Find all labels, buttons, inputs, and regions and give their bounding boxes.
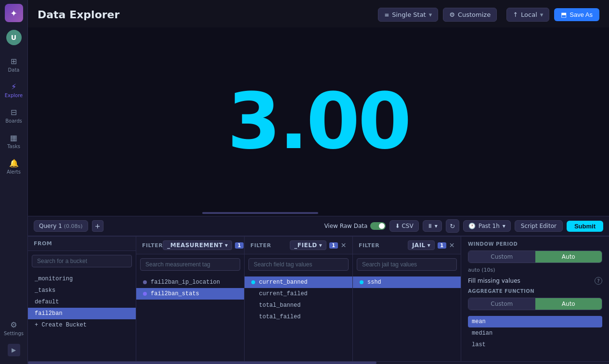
list-item[interactable]: _tasks: [28, 285, 136, 296]
agg-item-mean[interactable]: mean: [468, 316, 602, 327]
pause-button[interactable]: ⏸ ▾: [423, 220, 442, 232]
stat-value: 3.00: [227, 83, 410, 160]
query-tab[interactable]: Query 1 (0.08s): [34, 220, 88, 232]
sidebar-item-label: Settings: [4, 331, 24, 336]
field-search-input[interactable]: [248, 258, 349, 271]
sidebar-bottom: ⚙ Settings ▶: [2, 316, 26, 360]
list-item[interactable]: current_failed: [245, 288, 352, 300]
measurement-search-input[interactable]: [140, 258, 240, 271]
aggregate-toggle: Custom Auto: [468, 298, 602, 310]
scroll-thumb: [28, 362, 376, 364]
jail-type-label: jail: [412, 242, 426, 249]
sidebar-item-label: Boards: [5, 118, 22, 124]
clock-icon: ↑: [513, 11, 518, 18]
jail-type-selector[interactable]: jail ▾: [408, 240, 435, 250]
submit-button[interactable]: Submit: [567, 221, 603, 232]
bucket-list: _monitoring _tasks default fail2ban + Cr…: [28, 271, 136, 361]
query-builder: FROM _monitoring _tasks default fail2ban…: [28, 236, 609, 361]
help-icon[interactable]: ?: [595, 277, 602, 285]
viz-scrollbar[interactable]: [202, 212, 318, 214]
field-panel-header: Filter _field ▾ 1 ✕: [245, 237, 352, 254]
csv-download-button[interactable]: ⬇ CSV: [389, 220, 418, 232]
refresh-button[interactable]: ↻: [446, 219, 459, 233]
list-item[interactable]: fail2ban_ip_location: [136, 276, 244, 288]
query-timing: (0.08s): [64, 223, 83, 229]
customize-button[interactable]: ⚙ Customize: [443, 8, 497, 22]
csv-label: CSV: [402, 223, 413, 229]
sidebar-item-label: Explore: [5, 93, 23, 98]
sidebar-item-settings[interactable]: ⚙ Settings: [2, 316, 26, 340]
download-icon: ⬇: [395, 223, 400, 229]
filter-label: Filter: [359, 242, 379, 249]
panel-header-right: _field ▾ 1 ✕: [290, 240, 347, 250]
save-icon: ⬒: [561, 11, 567, 18]
dot-placeholder: [251, 315, 255, 319]
header: Data Explorer ≡ Single Stat ▾ ⚙ Customiz…: [28, 0, 609, 27]
from-label: FROM: [34, 240, 52, 247]
settings-icon: ⚙: [10, 320, 17, 329]
chevron-down-icon: ▾: [503, 223, 505, 229]
sidebar-item-alerts[interactable]: 🔔 Alerts: [2, 155, 26, 178]
script-editor-button[interactable]: Script Editor: [515, 220, 563, 232]
aggregate-auto-btn[interactable]: Auto: [535, 298, 602, 310]
list-item-selected[interactable]: current_banned: [245, 276, 352, 288]
bucket-search-input[interactable]: [32, 255, 132, 267]
window-custom-btn[interactable]: Custom: [468, 251, 535, 263]
sidebar-item-label: Data: [8, 67, 20, 73]
jail-search-input[interactable]: [357, 258, 457, 271]
create-bucket-action[interactable]: + Create Bucket: [28, 319, 136, 331]
save-as-button[interactable]: ⬒ Save As: [554, 8, 599, 21]
list-item-selected[interactable]: fail2ban_stats: [136, 288, 244, 300]
agg-item-median[interactable]: median: [468, 327, 602, 339]
window-period-toggle: Custom Auto: [468, 251, 602, 263]
list-item[interactable]: total_banned: [245, 300, 352, 311]
fill-missing-label: Fill missing values: [468, 277, 520, 284]
field-list: current_banned current_failed total_bann…: [245, 275, 352, 361]
local-selector[interactable]: ↑ Local ▾: [506, 8, 549, 22]
list-item[interactable]: total_failed: [245, 311, 352, 323]
agg-item-last[interactable]: last: [468, 339, 602, 351]
measurement-type-selector[interactable]: _measurement ▾: [163, 240, 232, 250]
chevron-down-icon: ▾: [540, 11, 544, 18]
measurement-panel-header: Filter _measurement ▾ 1: [136, 237, 244, 254]
add-query-button[interactable]: +: [92, 220, 104, 232]
list-item[interactable]: default: [28, 296, 136, 308]
aggregate-function-label: AGGREGATE FUNCTION: [468, 289, 602, 294]
horizontal-scrollbar[interactable]: [28, 361, 609, 364]
sidebar-item-data[interactable]: ⊞ Data: [2, 53, 26, 76]
chevron-down-icon: ▾: [435, 223, 438, 229]
list-item[interactable]: _monitoring: [28, 273, 136, 285]
dot-indicator: [143, 280, 147, 284]
sidebar-item-label: Alerts: [7, 169, 21, 175]
sidebar-item-tasks[interactable]: ▦ Tasks: [2, 129, 26, 153]
viz-type-label: Single Stat: [392, 11, 426, 18]
aggregate-custom-btn[interactable]: Custom: [468, 298, 535, 310]
fill-missing-option: Fill missing values ?: [468, 277, 602, 285]
close-icon[interactable]: ✕: [341, 241, 347, 249]
raw-data-toggle[interactable]: [370, 222, 386, 230]
chevron-down-icon: ▾: [429, 11, 432, 18]
local-label: Local: [521, 11, 537, 18]
alerts-icon: 🔔: [9, 159, 19, 168]
list-item-selected[interactable]: sshd: [353, 276, 461, 288]
chevron-down-icon: ▾: [225, 242, 228, 249]
query-label: Query 1: [39, 223, 62, 229]
from-panel-header: FROM: [28, 237, 136, 251]
user-avatar[interactable]: U: [6, 30, 22, 45]
window-period-panel: WINDOW PERIOD Custom Auto auto (10s) Fil…: [461, 237, 609, 361]
viz-type-selector[interactable]: ≡ Single Stat ▾: [378, 8, 438, 22]
window-panel-content: WINDOW PERIOD Custom Auto auto (10s) Fil…: [461, 237, 609, 355]
sidebar-item-boards[interactable]: ⊟ Boards: [2, 104, 26, 127]
refresh-icon: ↻: [450, 223, 455, 230]
filter-label: Filter: [142, 242, 163, 249]
sidebar-item-explore[interactable]: ⚡ Explore: [2, 78, 26, 102]
time-range-selector[interactable]: 🕐 Past 1h ▾: [463, 220, 511, 232]
list-item-selected[interactable]: fail2ban: [28, 308, 136, 319]
sidebar-expand-btn[interactable]: ▶: [8, 344, 20, 356]
sidebar: ✦ U ⊞ Data ⚡ Explore ⊟ Boards ▦ Tasks 🔔 …: [0, 0, 28, 364]
window-auto-btn[interactable]: Auto: [535, 251, 602, 263]
field-type-selector[interactable]: _field ▾: [290, 240, 326, 250]
data-icon: ⊞: [11, 57, 17, 66]
close-icon[interactable]: ✕: [449, 241, 455, 249]
explore-icon: ⚡: [11, 82, 16, 91]
